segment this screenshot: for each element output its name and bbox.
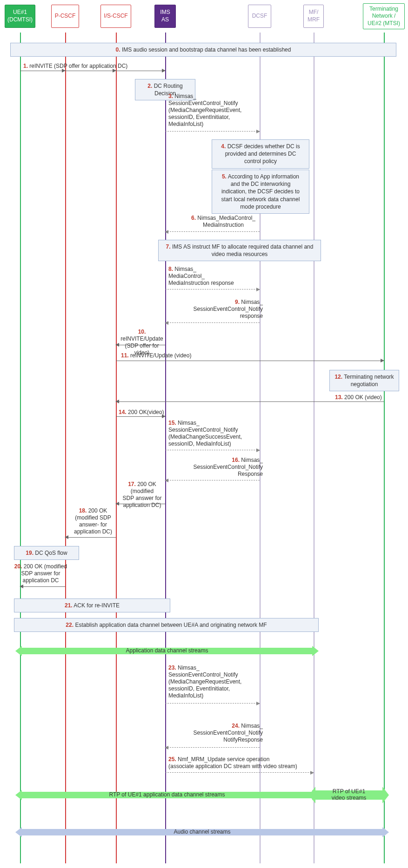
arrow-25 — [165, 772, 314, 773]
actor-term: Terminating Network / UE#2 (MTSI) — [363, 3, 405, 29]
arrow-1c — [116, 71, 165, 71]
arrow-17 — [116, 504, 165, 504]
stream-audio: Audio channel streams — [15, 827, 389, 837]
step-25-label: 25. Nmf_MRM_Update service operation (as… — [168, 756, 303, 770]
lifeline-pcscf — [65, 33, 66, 863]
step-1-label: 1. reINVITE (SDP offer for application D… — [23, 63, 127, 70]
step-9-label: 9. Nimsas_ SessionEventControl_Notify re… — [186, 299, 263, 320]
arrow-11 — [116, 361, 384, 361]
lifeline-imsas — [165, 33, 166, 863]
actor-imsas: IMS AS — [154, 5, 176, 28]
step-12: 12. Terminating network negotiation — [329, 370, 399, 391]
arrow-8 — [165, 289, 260, 289]
lifeline-iscscf — [116, 33, 117, 863]
arrow-24 — [165, 747, 260, 748]
step-14-label: 14. 200 OK(video) — [119, 409, 164, 416]
step-11-label: 11. reINVITE/Update (video) — [121, 352, 191, 359]
arrow-10 — [116, 345, 165, 345]
arrow-6 — [165, 231, 260, 232]
arrow-15 — [165, 450, 260, 450]
step-0: 0. IMS audio session and bootstrap data … — [10, 43, 396, 57]
step-4: 4. DCSF decides whether DC is provided a… — [212, 139, 309, 169]
stream-rtp-vid: RTP of UE#1 video streams — [309, 787, 389, 803]
step-24-label: 24. Nimsas_ SessionEventControl_Notify N… — [184, 723, 263, 743]
stream-app-dc: Application data channel streams — [15, 646, 319, 656]
step-22: 22. Establish application data channel b… — [14, 618, 319, 632]
lifeline-term — [384, 33, 385, 863]
actor-iscscf: I/S-CSCF — [100, 5, 131, 28]
arrow-18 — [65, 537, 116, 538]
step-8-label: 8. Nimsas_ MediaControl_ MediaInstructio… — [168, 266, 247, 287]
arrow-14 — [116, 416, 165, 417]
step-13-label: 13. 200 OK (video) — [335, 394, 382, 401]
step-19: 19. DC QoS flow — [14, 546, 79, 560]
actor-pcscf: P-CSCF — [51, 5, 79, 28]
arrow-9 — [165, 322, 260, 323]
arrow-13 — [116, 401, 384, 402]
arrow-1a — [20, 71, 65, 71]
arrow-3 — [165, 131, 260, 132]
arrow-16 — [165, 480, 260, 480]
step-16-label: 16. Nimsas_ SessionEventControl_Notify R… — [186, 457, 263, 478]
step-17-label: 17. 200 OK (modified SDP answer for appl… — [118, 481, 167, 509]
arrow-23 — [165, 703, 260, 704]
sequence-diagram: UE#1 (DCMTSI) P-CSCF I/S-CSCF IMS AS DCS… — [0, 0, 408, 868]
step-18-label: 18. 200 OK (modified SDP answer- for app… — [70, 507, 116, 535]
step-20-label: 20. 200 OK (modified SDP answer for appl… — [14, 563, 67, 584]
lifeline-ue1 — [20, 33, 21, 863]
lifeline-mfmrf — [314, 33, 314, 863]
actor-ue1: UE#1 (DCMTSI) — [5, 5, 35, 28]
step-3-label: 3. Nimsas_ SessionEventControl_Notify (M… — [168, 93, 252, 128]
arrow-1b — [65, 71, 116, 71]
actor-dcsf: DCSF — [248, 5, 271, 28]
step-21: 21. ACK for re-INVITE — [14, 598, 170, 612]
step-5: 5. According to App information and the … — [212, 170, 309, 214]
step-6-label: 6. Nimsas_MediaControl_ MediaInstruction — [186, 215, 261, 229]
step-23-label: 23. Nimsas_ SessionEventControl_Notify (… — [168, 664, 252, 699]
stream-rtp-dc: RTP of UE#1 application data channel str… — [15, 790, 319, 800]
step-7: 7. IMS AS instruct MF to allocate requir… — [158, 240, 321, 261]
arrow-20 — [20, 586, 65, 587]
step-15-label: 15. Nimsas_ SessionEventControl_Notify (… — [168, 420, 252, 447]
actor-mfmrf: MF/ MRF — [303, 5, 324, 28]
